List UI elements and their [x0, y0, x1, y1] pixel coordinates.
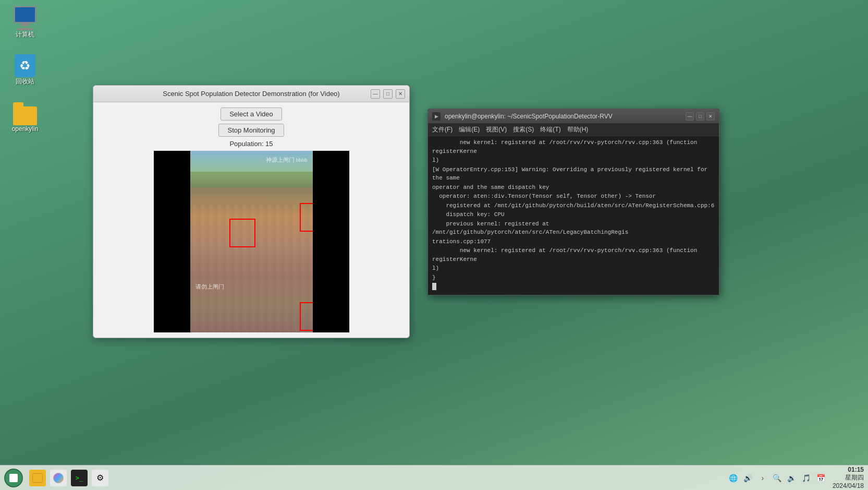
terminal-line-15: operator and the same dispatch key — [432, 183, 715, 192]
taskbar-apps: >_ ⚙ — [27, 470, 111, 486]
folder-img — [13, 106, 37, 125]
button-row: Select a Video — [221, 107, 282, 121]
terminal-line-18: dispatch key: CPU — [432, 210, 715, 219]
terminal-cursor-line — [432, 282, 715, 291]
terminal-line-22: l) — [432, 264, 715, 273]
terminal-menu-view[interactable]: 视图(V) — [486, 125, 507, 134]
taskbar-sound-icon[interactable]: 🔊 — [743, 473, 753, 483]
window-titlebar: Scenic Spot Population Detector Demonstr… — [93, 86, 409, 102]
terminal-line-12: new kernel: registered at /root/rvv/rvv-… — [432, 138, 715, 156]
video-center-area: 神源上闸门 bhbh 请勿上闸门 — [190, 151, 313, 332]
terminal-close-btn[interactable]: ✕ — [706, 112, 715, 121]
desktop-icon-computer[interactable]: 计算机 — [4, 4, 46, 41]
taskbar-app-browser[interactable] — [50, 470, 67, 486]
taskbar-system-icons: 🌐 🔊 › 🔍 🔉 🎵 📅 — [728, 473, 826, 483]
taskbar-app-terminal[interactable]: >_ — [71, 470, 88, 486]
taskbar-next-icon[interactable]: › — [757, 473, 768, 483]
terminal-content[interactable]: dispatch key: CPU previous kernel: regis… — [428, 136, 719, 295]
stop-monitoring-btn[interactable]: Stop Monitoring — [218, 124, 284, 137]
crowd-background: 神源上闸门 bhbh 请勿上闸门 — [190, 151, 313, 332]
terminal-minimize-btn[interactable]: — — [686, 112, 694, 121]
taskbar-start-btn[interactable] — [4, 469, 23, 487]
terminal-line-19: previous kernel: registered at /mnt/git/… — [432, 220, 715, 237]
taskbar-datetime: 01:15 星期四 2024/04/18 — [833, 466, 864, 489]
terminal-window: ▶ openkylin@openkylin: ~/ScenicSpotPopul… — [427, 109, 719, 295]
desktop-icon-recycle[interactable]: 回收站 — [4, 52, 46, 88]
taskbar-search-icon[interactable]: 🔍 — [772, 473, 783, 483]
terminal-menu-file[interactable]: 文件(F) — [432, 125, 453, 134]
terminal-menu-help[interactable]: 帮助(H) — [567, 125, 589, 134]
terminal-titlebar: ▶ openkylin@openkylin: ~/ScenicSpotPopul… — [428, 109, 719, 124]
taskbar-right: 🌐 🔊 › 🔍 🔉 🎵 📅 01:15 星期四 2024/04/18 — [728, 466, 864, 489]
window-content: Select a Video Stop Monitoring Populatio… — [93, 102, 409, 338]
computer-screen — [14, 6, 36, 23]
video-container: 神源上闸门 bhbh 请勿上闸门 — [154, 151, 349, 332]
terminal-menu-edit[interactable]: 编辑(E) — [459, 125, 480, 134]
taskbar: >_ ⚙ 🌐 🔊 › 🔍 🔉 🎵 📅 01:15 星期四 2024/04/18 — [0, 465, 868, 490]
taskbar-calendar-icon[interactable]: 📅 — [816, 473, 826, 483]
taskbar-network-icon[interactable]: 🌐 — [728, 473, 739, 483]
desktop-icon-folder[interactable]: openkylin — [4, 104, 46, 135]
taskbar-volume-icon[interactable]: 🔉 — [787, 473, 797, 483]
terminal-icon: ▶ — [432, 112, 441, 121]
folder-icon-label: openkylin — [12, 125, 39, 133]
computer-icon-img — [14, 6, 36, 30]
terminal-line-17: registered at /mnt/git/github/pytorch/bu… — [432, 201, 715, 210]
terminal-line-16: operator: aten::div.Tensor(Tensor self, … — [432, 192, 715, 201]
recycle-icon-label: 回收站 — [16, 77, 34, 86]
terminal-controls: — □ ✕ — [686, 112, 715, 121]
terminal-cursor — [432, 283, 436, 290]
terminal-line-21: new kernel: registered at /root/rvv/rvv-… — [432, 246, 715, 264]
video-watermark-bottom: 请勿上闸门 — [195, 283, 224, 291]
terminal-line-23: } — [432, 273, 715, 282]
stop-btn-row: Stop Monitoring — [218, 124, 284, 137]
select-video-btn[interactable]: Select a Video — [221, 107, 282, 121]
taskbar-app-files[interactable] — [29, 470, 46, 486]
app-window: Scenic Spot Population Detector Demonstr… — [93, 85, 410, 338]
terminal-line-20: trations.cpp:1077 — [432, 237, 715, 246]
terminal-menu-search[interactable]: 搜索(S) — [513, 125, 534, 134]
taskbar-app-settings[interactable]: ⚙ — [92, 470, 108, 486]
window-minimize-btn[interactable]: — — [371, 89, 380, 99]
window-title: Scenic Spot Population Detector Demonstr… — [97, 90, 405, 98]
video-right-black-bar — [313, 151, 349, 332]
detection-box-3 — [300, 302, 313, 331]
detection-box-2 — [300, 203, 313, 232]
window-controls: — □ ✕ — [371, 89, 405, 99]
terminal-line-14: [W OperatorEntry.cpp:153] Warning: Overr… — [432, 165, 715, 183]
taskbar-weekday: 星期四 — [833, 473, 864, 482]
video-frame: 神源上闸门 bhbh 请勿上闸门 — [154, 151, 349, 332]
terminal-line-11: trations.cpp:1077 — [432, 136, 715, 138]
terminal-menubar: 文件(F) 编辑(E) 视图(V) 搜索(S) 终端(T) 帮助(H) — [428, 124, 719, 136]
population-label: Population: 15 — [229, 140, 273, 148]
terminal-menu-terminal[interactable]: 终端(T) — [540, 125, 560, 134]
terminal-line-13: l) — [432, 156, 715, 165]
taskbar-time-display: 01:15 — [833, 466, 864, 473]
taskbar-date: 2024/04/18 — [833, 482, 864, 489]
window-maximize-btn[interactable]: □ — [383, 89, 393, 99]
video-watermark-top: 神源上闸门 bhbh — [266, 156, 308, 164]
window-close-btn[interactable]: ✕ — [396, 89, 405, 99]
taskbar-music-icon[interactable]: 🎵 — [801, 473, 812, 483]
recycle-bin-img — [15, 54, 35, 77]
computer-icon-label: 计算机 — [16, 30, 34, 39]
detection-box-1 — [229, 219, 255, 247]
video-left-black-bar — [154, 151, 190, 332]
terminal-title: openkylin@openkylin: ~/ScenicSpotPopulat… — [445, 113, 681, 120]
terminal-maximize-btn[interactable]: □ — [696, 112, 704, 121]
desktop: 计算机 回收站 openkylin Scenic Spot Population… — [0, 0, 868, 490]
